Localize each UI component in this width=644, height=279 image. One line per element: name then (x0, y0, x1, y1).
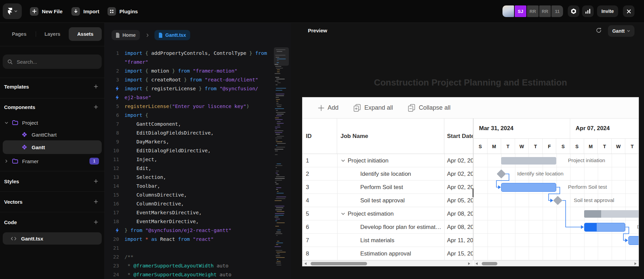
framer-menu-button[interactable] (3, 3, 22, 19)
analytics-button[interactable] (582, 5, 594, 17)
code-line[interactable]: 9 DayMarkers, (105, 137, 291, 146)
gantt-expand-all-button[interactable]: Expand all (353, 104, 393, 112)
add-template-button[interactable] (93, 82, 99, 91)
gantt-cell-start-date[interactable]: Apr 02, 2024 (444, 167, 473, 181)
tree-item-project[interactable]: Project (0, 118, 104, 127)
gantt-cell-start-date[interactable]: Apr 08, 2024 (444, 207, 473, 220)
code-line[interactable]: 16 ColumnDirective, (105, 199, 291, 208)
code-line[interactable]: 12 Edit, (105, 164, 291, 173)
code-line[interactable]: 21 (105, 244, 291, 252)
gantt-cell-job-name[interactable]: Identify site location (337, 167, 444, 181)
tree-item-gantt-selected[interactable]: Gantt (3, 140, 102, 154)
close-button[interactable] (623, 5, 634, 17)
gantt-cell-id[interactable]: 2 (302, 167, 337, 181)
avatar-rr-2[interactable]: RR (539, 5, 551, 17)
chevron-down-icon[interactable] (5, 122, 8, 124)
scroll-left-arrow[interactable] (304, 262, 307, 265)
add-code-file-button[interactable] (93, 217, 99, 227)
gantt-cell-id[interactable]: 1 (302, 154, 337, 167)
preview-target-select[interactable]: Gantt (608, 25, 634, 37)
chevron-down-icon[interactable] (341, 213, 345, 215)
gantt-cell-start-date[interactable]: Apr 02, 2024 (444, 154, 473, 167)
breadcrumb-gantt-tsx[interactable]: Gantt.tsx (154, 30, 190, 40)
add-vector-button[interactable] (93, 197, 99, 206)
avatar-photo[interactable] (502, 5, 514, 17)
scroll-right-arrow[interactable] (468, 262, 470, 265)
code-line[interactable]: 1import { addPropertyControls, ControlTy… (105, 49, 291, 58)
avatar-sj[interactable]: SJ (515, 5, 526, 17)
task-bar[interactable] (628, 236, 639, 245)
gantt-cell-id[interactable]: 7 (302, 234, 337, 247)
task-bar[interactable] (501, 183, 556, 192)
code-line[interactable]: } from "@syncfusion/ej2-react-gantt" (105, 226, 291, 235)
grid-horizontal-scrollbar[interactable] (302, 260, 473, 266)
gantt-cell-id[interactable]: 5 (302, 207, 337, 220)
code-line[interactable]: 18 EventMarkerDirective, (105, 217, 291, 226)
column-header-id[interactable]: ID (302, 119, 337, 154)
tree-item-ganttchart[interactable]: GanttChart (0, 130, 104, 139)
gantt-cell-job-name[interactable]: Develop floor plan for estimation (337, 220, 444, 234)
gantt-cell-job-name[interactable]: Project estimation (337, 207, 444, 220)
chevron-right-icon[interactable] (5, 159, 7, 163)
search-input[interactable] (16, 59, 92, 65)
avatar-overflow-count[interactable]: 11 (551, 5, 563, 17)
code-line[interactable]: 5registerLicense("Enter your liscence ke… (105, 102, 291, 111)
tree-item-framer[interactable]: Framer 1 (0, 156, 104, 166)
code-line[interactable]: import { registerLicense } from "@syncfu… (105, 84, 291, 93)
code-line[interactable]: 22/** (105, 252, 291, 261)
gantt-cell-id[interactable]: 3 (302, 181, 337, 194)
code-line[interactable]: 14 Toolbar, (105, 182, 291, 190)
splitter-handle[interactable] (473, 188, 474, 197)
add-style-button[interactable] (93, 176, 99, 186)
code-line[interactable]: 15 ColumnsDirective, (105, 190, 291, 199)
scrollbar-thumb[interactable] (311, 262, 367, 265)
chevron-down-icon[interactable] (341, 159, 345, 162)
minimap[interactable] (274, 47, 289, 277)
gantt-cell-job-name[interactable]: Estimation approval (337, 247, 444, 260)
code-line[interactable]: ej2-base" (105, 93, 291, 102)
scrollbar-thumb[interactable] (482, 262, 497, 265)
gantt-cell-id[interactable]: 4 (302, 194, 337, 207)
code-line[interactable]: 10 EditDialogFieldDirective, (105, 146, 291, 155)
code-line[interactable]: 13 Selection, (105, 173, 291, 182)
gantt-cell-start-date[interactable]: Apr 02, 2024 (444, 181, 473, 194)
column-header-start-date[interactable]: Start Date (444, 119, 473, 154)
gantt-cell-job-name[interactable]: Project initiation (337, 154, 444, 167)
code-line[interactable]: 3import { createRoot } from "react-dom/c… (105, 75, 291, 84)
tab-pages[interactable]: Pages (3, 27, 36, 41)
gantt-cell-start-date[interactable]: Apr 08, 2024 (444, 220, 473, 234)
milestone-diamond[interactable] (497, 169, 506, 179)
tab-layers[interactable]: Layers (36, 27, 69, 41)
code-line[interactable]: 17 EventMarkersDirective, (105, 208, 291, 217)
code-line[interactable]: 8 EditDialogFieldsDirective, (105, 128, 291, 137)
gantt-cell-job-name[interactable]: Soil test approval (337, 194, 444, 207)
new-file-button[interactable]: New File (30, 0, 63, 22)
add-component-button[interactable] (93, 102, 99, 112)
plugins-button[interactable]: Plugins (108, 0, 138, 22)
code-line[interactable]: "framer" (105, 58, 291, 66)
code-file-gantt-tsx[interactable]: Gantt.tsx (3, 232, 102, 245)
milestone-diamond[interactable] (553, 196, 562, 205)
task-bar[interactable] (584, 223, 626, 232)
code-line[interactable]: 7 GanttComponent, (105, 120, 291, 128)
code-line[interactable]: 23 * @framerSupportedLayoutWidth auto (105, 261, 291, 270)
gantt-collapse-all-button[interactable]: Collapse all (408, 104, 450, 112)
code-line[interactable]: 24 * @framerSupportedLayoutHeight auto (105, 270, 291, 279)
column-header-job-name[interactable]: Job Name (337, 119, 444, 154)
gantt-cell-start-date[interactable]: Apr 15, 2024 (444, 247, 473, 260)
breadcrumb-home[interactable]: Home (112, 30, 140, 40)
chart-horizontal-scrollbar[interactable] (474, 260, 639, 266)
gantt-cell-job-name[interactable]: List materials (337, 234, 444, 247)
gantt-add-button[interactable]: Add (318, 104, 338, 111)
code-line[interactable]: 2import { motion } from "framer-motion" (105, 66, 291, 75)
refresh-icon[interactable] (596, 27, 602, 33)
parent-task-bar[interactable] (584, 210, 639, 218)
code-line[interactable]: 20import * as React from "react" (105, 235, 291, 244)
invite-button[interactable]: Invite (597, 5, 618, 17)
gantt-cell-start-date[interactable]: Apr 11, 2024 (444, 234, 473, 247)
import-button[interactable]: Import (71, 0, 99, 22)
code-content[interactable]: 1import { addPropertyControls, ControlTy… (105, 49, 291, 279)
scroll-left-arrow[interactable] (476, 262, 478, 265)
gantt-cell-id[interactable]: 6 (302, 220, 337, 234)
tab-assets[interactable]: Assets (69, 27, 102, 41)
